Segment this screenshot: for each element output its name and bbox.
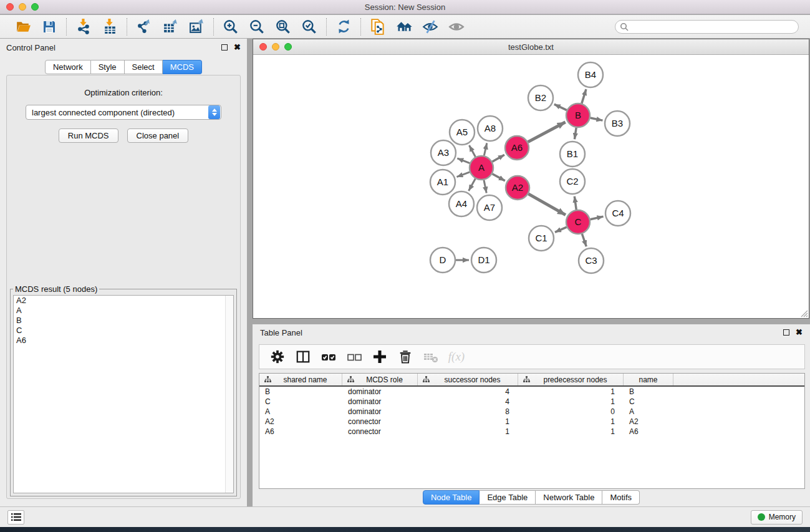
graph-edge[interactable] [591,118,603,120]
mcds-result-item[interactable]: A2 [14,296,233,306]
graph-node-B1[interactable]: B1 [560,142,585,167]
table-settings-gear-icon[interactable] [269,349,286,365]
graph-node-B[interactable]: B [566,104,590,127]
export-network-icon[interactable] [135,17,153,36]
graph-node-A[interactable]: A [470,156,493,180]
table-cell[interactable]: A6 [259,427,342,437]
table-cell[interactable]: 1 [418,417,518,427]
column-header-name[interactable]: name [624,374,673,385]
table-cell[interactable]: 1 [518,417,624,427]
zoom-fit-icon[interactable] [274,17,292,36]
column-header-successor-nodes[interactable]: successor nodes [418,374,518,385]
close-table-panel-icon[interactable]: ✖ [796,329,803,336]
task-history-button[interactable] [7,510,24,525]
table-row[interactable]: Bdominator41B [259,387,804,397]
import-network-icon[interactable] [74,17,93,36]
graph-node-B3[interactable]: B3 [605,111,630,136]
table-cell[interactable]: dominator [342,397,418,407]
graph-edge[interactable] [528,122,566,142]
table-cell[interactable]: connector [342,417,418,427]
resize-grip-icon[interactable] [800,309,808,317]
graph-edge[interactable] [484,180,486,193]
table-tab-node-table[interactable]: Node Table [423,490,480,505]
graph-node-D[interactable]: D [430,248,455,273]
import-table-icon[interactable] [100,17,119,36]
table-row[interactable]: Adominator80A [259,407,804,417]
delete-column-trash-icon[interactable] [397,349,413,365]
network-window-titlebar[interactable]: testGlobe.txt [253,39,809,55]
graph-node-C4[interactable]: C4 [605,201,630,226]
graph-edge[interactable] [492,155,504,162]
graph-edge[interactable] [484,143,486,155]
table-cell[interactable]: B [259,387,342,397]
table-cell[interactable]: A2 [624,417,673,427]
float-panel-icon[interactable] [221,44,228,51]
mcds-result-item[interactable]: A [14,306,233,316]
graph-edge[interactable] [554,104,567,110]
run-mcds-button[interactable]: Run MCDS [59,128,118,143]
mcds-result-item[interactable]: A6 [14,336,233,346]
table-cell[interactable]: 1 [518,427,624,437]
tab-select[interactable]: Select [125,60,163,74]
memory-button[interactable]: Memory [751,510,803,525]
zoom-out-icon[interactable] [248,17,266,36]
table-cell[interactable]: 4 [418,387,518,397]
home-icon[interactable] [395,17,413,36]
graph-edge[interactable] [457,172,470,177]
export-table-icon[interactable] [161,17,180,36]
table-cell[interactable]: A6 [624,427,673,437]
add-column-plus-icon[interactable] [372,349,388,365]
table-cell[interactable]: 4 [418,397,518,407]
mcds-result-list[interactable]: A2ABCA6 [13,295,234,493]
column-header-shared-name[interactable]: shared name [259,374,342,385]
graph-edge[interactable] [555,227,567,232]
table-cell[interactable]: A [624,407,673,417]
tab-mcds[interactable]: MCDS [163,60,202,74]
graph-node-D1[interactable]: D1 [471,248,496,273]
close-panel-button[interactable]: Close panel [127,128,189,143]
table-cell[interactable]: 8 [418,407,518,417]
show-all-eye-icon[interactable] [447,17,466,36]
table-cell[interactable]: C [259,397,342,407]
table-cell[interactable]: dominator [342,407,418,417]
table-tab-edge-table[interactable]: Edge Table [480,490,536,505]
graph-node-A6[interactable]: A6 [505,136,529,160]
graph-node-A8[interactable]: A8 [478,116,503,141]
table-row[interactable]: A6connector11A6 [259,427,804,437]
column-header-MCDS-role[interactable]: MCDS role [342,374,418,385]
hide-selected-eye-icon[interactable] [421,17,440,36]
graph-node-A4[interactable]: A4 [449,191,474,216]
table-cell[interactable]: A [259,407,342,417]
search-input[interactable] [615,20,799,34]
open-file-icon[interactable] [14,17,32,36]
graph-edge[interactable] [591,216,604,220]
graph-node-C2[interactable]: C2 [560,169,585,194]
select-all-icon[interactable] [321,349,337,365]
table-cell[interactable]: B [624,387,673,397]
close-panel-icon[interactable]: ✖ [234,44,241,51]
graph-node-B2[interactable]: B2 [528,85,553,110]
mcds-result-item[interactable]: C [14,326,233,336]
table-cell[interactable]: 1 [518,387,624,397]
column-header-predecessor-nodes[interactable]: predecessor nodes [518,374,624,385]
table-cell[interactable]: A2 [259,417,342,427]
table-cell[interactable]: connector [342,427,418,437]
result-scrollbar[interactable] [225,296,233,493]
table-cell[interactable]: 1 [418,427,518,437]
network-file-icon[interactable] [369,17,387,36]
graph-node-A3[interactable]: A3 [431,140,456,165]
graph-node-C1[interactable]: C1 [529,226,554,251]
optimization-select[interactable]: largest connected component (directed) [26,105,221,120]
zoom-in-icon[interactable] [221,17,240,36]
save-session-icon[interactable] [40,17,59,36]
graph-node-B4[interactable]: B4 [578,62,603,87]
table-tab-motifs[interactable]: Motifs [602,490,640,505]
table-cell[interactable]: 0 [518,407,624,417]
table-tab-network-table[interactable]: Network Table [536,490,602,505]
graph-edge[interactable] [574,128,576,139]
table-row[interactable]: A2connector11A2 [259,417,804,427]
show-column-icon[interactable] [295,349,311,365]
table-cell[interactable]: 1 [518,397,624,407]
graph-edge[interactable] [469,145,475,157]
graph-edge[interactable] [582,234,586,246]
